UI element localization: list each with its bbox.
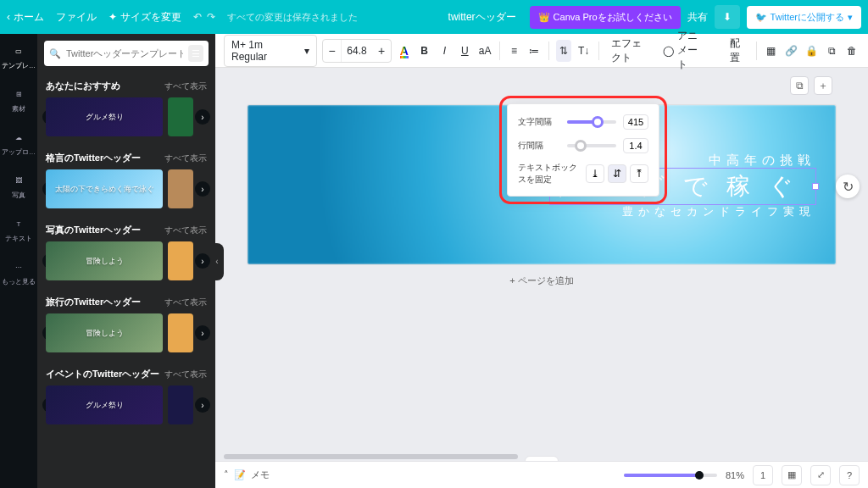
template-thumbnail[interactable] [168,241,193,280]
chevron-up-icon: ˄ [224,469,229,480]
anchor-bottom-button[interactable]: ⤒ [630,164,648,183]
anchor-top-button[interactable]: ⤓ [586,164,604,183]
template-thumbnail[interactable]: グルメ祭り [46,385,163,424]
add-page-button[interactable]: ＋ [814,76,832,95]
resize-menu[interactable]: ✦ サイズを変更 [108,10,181,25]
rail-text[interactable]: Tテキスト [5,212,32,247]
canvas-area[interactable]: ⧉ ＋ 中高年の挑戦 ブログで稼ぐ 豊かなセカンドライフ実現 ↻ + ページを追… [215,68,868,461]
duplicate-button[interactable]: ⧉ [824,40,839,62]
project-title[interactable]: twitterヘッダー [442,7,523,28]
help-icon: ? [847,470,852,480]
plus-icon: ＋ [818,79,828,93]
try-pro-button[interactable]: 👑Canva Proをお試しください [530,6,681,29]
see-all-link[interactable]: すべて表示 [164,297,207,308]
page-thumbnail-toggle[interactable] [525,456,559,461]
anchor-middle-button[interactable]: ⇵ [608,164,626,183]
search-input[interactable] [66,48,183,58]
template-thumbnail[interactable] [168,97,193,136]
search-icon: 🔍 [49,48,61,59]
sliders-icon: ☰ [192,48,200,59]
editor: M+ 1m Regular▾ − 64.8 + A B I U aA ≡ ≔ ⇅… [215,34,868,488]
lock-button[interactable]: 🔒 [804,40,820,62]
bold-button[interactable]: B [417,40,432,62]
scroll-right-button[interactable]: › [195,109,210,125]
rail-uploads[interactable]: ☁アップロ… [2,125,36,160]
rail-templates[interactable]: ▭テンプレ… [2,39,36,74]
photos-icon: 🖼 [10,172,27,189]
undo-button[interactable]: ↶ [193,11,202,23]
uploads-icon: ☁ [10,129,27,146]
publish-twitter-button[interactable]: 🐦 Twitterに公開する ▾ [747,6,861,29]
duplicate-icon: ⧉ [828,45,836,57]
status-bar: ˄📝メモ 81% 1 ▦ ⤢ ? [215,461,868,488]
line-height-value[interactable]: 1.4 [623,138,648,153]
zoom-value[interactable]: 81% [726,470,744,480]
horizontal-scrollbar[interactable] [215,452,868,461]
see-all-link[interactable]: すべて表示 [164,152,207,164]
scroll-right-button[interactable]: › [195,325,210,341]
page-count-button[interactable]: 1 [753,465,773,485]
vertical-text-icon: T↓ [578,45,589,57]
template-thumbnail[interactable] [168,385,193,424]
trash-icon: 🗑 [847,45,857,57]
transparency-button[interactable]: ▦ [764,40,779,62]
italic-button[interactable]: I [437,40,453,62]
rail-elements[interactable]: ⊞素材 [10,82,27,117]
text-case-button[interactable]: aA [477,40,492,62]
letter-spacing-value[interactable]: 415 [623,114,648,130]
share-button[interactable]: 共有 [687,10,708,25]
duplicate-page-button[interactable]: ⧉ [790,76,809,95]
text-align-button[interactable]: ≡ [507,40,522,62]
redo-button[interactable]: ↷ [207,11,215,23]
font-size-increase[interactable]: + [372,40,391,62]
fullscreen-button[interactable]: ⤢ [810,465,831,485]
template-thumbnail[interactable]: グルメ祭り [46,97,163,136]
template-thumbnail[interactable]: 冒険しよう [46,313,163,352]
see-all-link[interactable]: すべて表示 [164,225,207,236]
home-button[interactable]: ‹ ホーム [7,10,44,25]
download-button[interactable]: ⬇ [715,5,740,29]
thumbnail-caption: 冒険しよう [86,328,124,339]
template-thumbnail[interactable] [168,313,193,352]
font-color-button[interactable]: A [397,40,412,62]
search-settings-button[interactable]: ☰ [188,45,203,62]
letter-spacing-slider[interactable] [567,120,616,124]
anchor-top-icon: ⤓ [591,168,599,180]
effects-button[interactable]: エフェクト [605,33,652,69]
position-button[interactable]: 配置 [724,33,749,69]
add-page-link[interactable]: + ページを追加 [509,274,573,287]
subheading[interactable]: 豊かなセカンドライフ実現 [550,204,815,219]
grid-view-button[interactable]: ▦ [782,465,802,485]
rotate-handle[interactable]: ↻ [836,175,860,198]
zoom-slider[interactable] [624,474,717,477]
font-size-decrease[interactable]: − [323,40,342,62]
template-thumbnail[interactable]: 冒険しよう [46,241,163,280]
list-button[interactable]: ≔ [526,40,542,62]
see-all-link[interactable]: すべて表示 [164,80,207,92]
font-size-value[interactable]: 64.8 [342,45,372,57]
delete-button[interactable]: 🗑 [844,40,860,62]
vertical-text-button[interactable]: T↓ [576,40,592,62]
section-title: イベントのTwitterヘッダー [46,368,159,380]
zoom-knob[interactable] [695,471,704,480]
scroll-right-button[interactable]: › [195,181,210,197]
link-button[interactable]: 🔗 [784,40,799,62]
templates-icon: ▭ [10,42,27,59]
see-all-link[interactable]: すべて表示 [164,369,207,380]
rail-more[interactable]: ⋯もっと見る [2,255,36,290]
underline-button[interactable]: U [457,40,472,62]
help-button[interactable]: ? [839,465,860,485]
template-thumbnail[interactable]: 太陽の下できらめく海で泳ぐ [46,169,163,208]
template-search[interactable]: 🔍 ☰ [44,41,209,66]
text-spacing-button[interactable]: ⇅ [556,40,571,62]
template-thumbnail[interactable] [168,169,193,208]
notes-button[interactable]: ˄📝メモ [224,469,270,481]
slider-knob[interactable] [592,116,604,128]
rail-photos[interactable]: 🖼写真 [10,169,27,203]
slider-knob[interactable] [575,140,587,152]
scroll-right-button[interactable]: › [195,397,210,413]
scroll-right-button[interactable]: › [195,253,210,269]
font-family-select[interactable]: M+ 1m Regular▾ [224,35,317,67]
file-menu[interactable]: ファイル [56,10,97,25]
line-height-slider[interactable] [567,144,616,147]
